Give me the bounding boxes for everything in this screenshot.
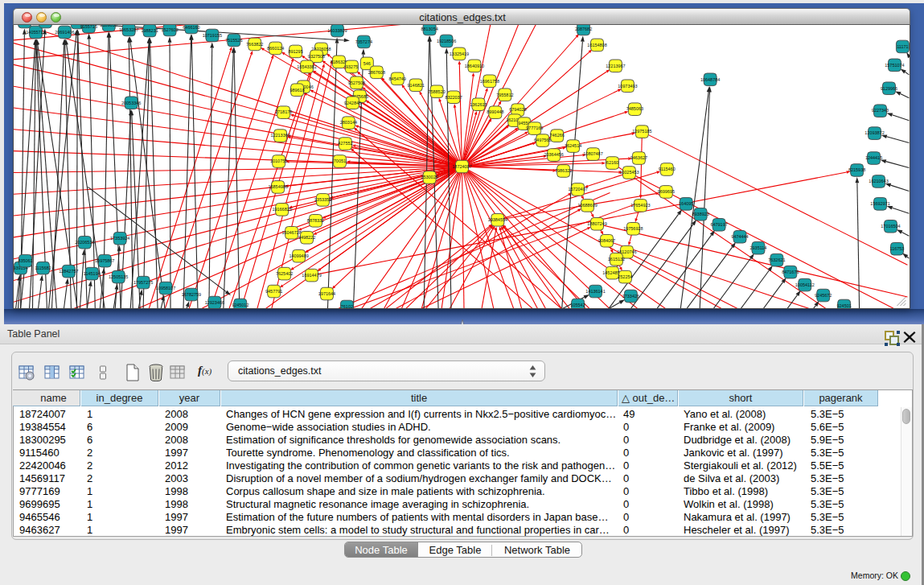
svg-text:20206536: 20206536	[75, 240, 94, 245]
svg-text:12093872: 12093872	[864, 130, 884, 135]
svg-text:14136141: 14136141	[585, 289, 605, 294]
svg-text:164095: 164095	[679, 201, 693, 206]
svg-text:7588520: 7588520	[428, 89, 445, 94]
svg-text:18807249: 18807249	[587, 221, 606, 226]
svg-text:12213369: 12213369	[270, 133, 290, 138]
svg-text:7663822: 7663822	[246, 42, 263, 47]
svg-text:17654923: 17654923	[630, 203, 650, 208]
svg-text:116753: 116753	[890, 246, 905, 251]
svg-text:9115460: 9115460	[659, 167, 676, 171]
svg-text:11171: 11171	[897, 44, 908, 49]
svg-text:8813054: 8813054	[421, 27, 437, 31]
svg-text:2803144: 2803144	[340, 120, 357, 125]
svg-text:9527508: 9527508	[348, 80, 365, 85]
svg-text:16033809: 16033809	[327, 28, 347, 33]
svg-text:1971644: 1971644	[318, 291, 335, 296]
svg-text:1362615: 1362615	[470, 102, 487, 107]
svg-text:10054112: 10054112	[795, 282, 815, 287]
svg-text:1615132: 1615132	[608, 257, 625, 262]
svg-text:7485063: 7485063	[626, 106, 643, 111]
svg-text:19166825: 19166825	[272, 207, 291, 212]
svg-text:7955812: 7955812	[496, 93, 513, 97]
svg-text:9699695: 9699695	[658, 189, 675, 194]
svg-text:14055712: 14055712	[26, 30, 45, 35]
svg-text:12505135: 12505135	[109, 274, 128, 279]
svg-text:1145194: 1145194	[84, 271, 101, 276]
svg-text:2189030: 2189030	[101, 25, 117, 27]
svg-text:15751074: 15751074	[885, 63, 904, 68]
svg-text:10958107: 10958107	[156, 286, 175, 290]
svg-text:8215938: 8215938	[848, 167, 865, 172]
svg-text:9129966: 9129966	[881, 86, 897, 91]
svg-text:2935114: 2935114	[750, 245, 767, 250]
svg-text:70051: 70051	[334, 159, 346, 163]
svg-text:19384554: 19384554	[488, 217, 507, 222]
svg-text:746266: 746266	[550, 133, 565, 138]
svg-text:10025453: 10025453	[619, 170, 639, 175]
svg-text:891295: 891295	[288, 49, 302, 54]
svg-text:14099489: 14099489	[289, 253, 308, 258]
svg-text:7632621: 7632621	[768, 257, 785, 262]
svg-text:1115682: 1115682	[35, 266, 51, 270]
svg-text:16782759: 16782759	[182, 292, 201, 297]
svg-text:1244415: 1244415	[865, 155, 882, 160]
svg-text:19756928: 19756928	[623, 226, 643, 231]
svg-text:9146821: 9146821	[408, 83, 425, 88]
svg-text:9474444: 9474444	[731, 234, 748, 239]
svg-text:9245672: 9245672	[815, 293, 832, 298]
svg-text:9777169: 9777169	[526, 126, 543, 130]
svg-text:1010755: 1010755	[270, 159, 287, 163]
svg-text:10807487: 10807487	[583, 151, 602, 156]
svg-text:6497568: 6497568	[534, 138, 551, 142]
svg-text:6466160: 6466160	[183, 25, 199, 30]
svg-text:12842757: 12842757	[59, 269, 78, 274]
svg-text:1353359: 1353359	[314, 197, 331, 202]
svg-text:18640910: 18640910	[465, 64, 484, 68]
svg-text:2718176: 2718176	[275, 109, 292, 114]
svg-text:20691406: 20691406	[55, 30, 74, 35]
svg-text:252254: 252254	[618, 274, 632, 279]
svg-text:427552: 427552	[338, 141, 352, 146]
svg-text:8990448: 8990448	[487, 109, 503, 114]
svg-text:12923466: 12923466	[205, 300, 224, 305]
svg-text:7357274: 7357274	[355, 39, 372, 44]
svg-text:10688609: 10688609	[577, 203, 597, 208]
svg-text:9457791: 9457791	[265, 289, 282, 294]
svg-text:16854986: 16854986	[268, 184, 287, 189]
svg-text:9463627: 9463627	[630, 155, 647, 160]
svg-text:17957275: 17957275	[133, 280, 153, 285]
svg-text:9155715: 9155715	[80, 25, 97, 29]
svg-text:16543382: 16543382	[297, 64, 316, 69]
svg-text:9327508: 9327508	[308, 54, 325, 59]
svg-text:6794028: 6794028	[509, 107, 526, 112]
svg-text:9227343: 9227343	[872, 108, 889, 113]
svg-text:20053346: 20053346	[121, 101, 141, 105]
svg-text:16210643: 16210643	[869, 179, 888, 183]
svg-text:15720407: 15720407	[568, 187, 587, 192]
svg-text:2087682: 2087682	[575, 27, 592, 31]
svg-text:8322037: 8322037	[445, 95, 462, 100]
svg-text:989618: 989618	[290, 88, 304, 93]
svg-text:17016504: 17016504	[881, 224, 900, 229]
svg-text:6479197: 6479197	[710, 222, 727, 227]
svg-text:546: 546	[363, 61, 371, 66]
svg-text:924501: 924501	[837, 303, 852, 308]
svg-text:13325419: 13325419	[450, 51, 469, 56]
svg-text:12213967: 12213967	[606, 64, 625, 68]
svg-text:18724007: 18724007	[452, 164, 471, 169]
svg-text:17353924: 17353924	[110, 236, 129, 241]
svg-text:10975867: 10975867	[95, 258, 114, 263]
svg-text:7515526: 7515526	[225, 38, 242, 43]
svg-text:1733426: 1733426	[622, 294, 639, 299]
svg-text:7986322: 7986322	[555, 168, 572, 173]
svg-text:9242848: 9242848	[344, 101, 361, 105]
svg-text:10719155: 10719155	[203, 33, 222, 38]
svg-text:8471676: 8471676	[782, 270, 799, 274]
svg-text:1988231: 1988231	[141, 28, 158, 33]
svg-text:835061: 835061	[18, 258, 32, 263]
svg-text:62160: 62160	[606, 160, 618, 165]
svg-text:8660124: 8660124	[267, 46, 284, 51]
svg-text:12975185: 12975185	[632, 129, 651, 134]
svg-text:93275: 93275	[346, 64, 358, 69]
svg-text:10653287: 10653287	[119, 27, 138, 32]
